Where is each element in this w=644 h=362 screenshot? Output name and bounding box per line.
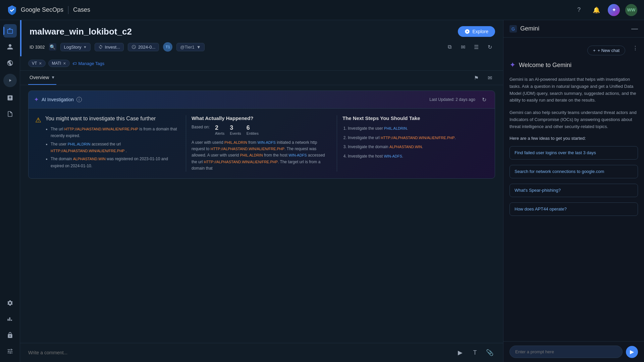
tag-vt-remove[interactable]: × [39, 61, 42, 66]
gemini-button[interactable]: ✦ [608, 4, 620, 16]
gemini-logo-icon: G [509, 25, 517, 33]
comment-format-btn[interactable]: T [470, 347, 480, 358]
entities-stat: 6 Entities [247, 124, 259, 135]
link-url-3: HTTP://ALPHASTAND.WIN/ALIEN/FRE.PHP [211, 147, 284, 151]
gemini-suggestion-1[interactable]: Find failed user logins over the last 3 … [509, 146, 638, 160]
overview-tab-label: Overview [30, 75, 49, 80]
gemini-star-icon: ✦ [509, 61, 516, 69]
warning-item-2: The user PHIL.ALDRIN accessed the url HT… [51, 141, 180, 155]
ai-inv-title-text: AI Investigation [42, 97, 74, 102]
gemini-header-right: — [631, 25, 638, 33]
sidebar-item-network[interactable] [3, 56, 17, 70]
logo: Google SecOps [7, 5, 63, 15]
tier-badge: T1 [163, 42, 172, 52]
overview-action-2[interactable]: ✉ [484, 72, 495, 83]
comment-bar: ▶ T 📎 [20, 343, 503, 362]
overview-action-1[interactable]: ⚑ [471, 72, 482, 83]
status-label: Invest... [105, 45, 120, 50]
gemini-minimize-btn[interactable]: — [631, 25, 638, 33]
gemini-prompt-input[interactable] [509, 346, 623, 358]
gemini-suggestion-2[interactable]: Search for network connections to google… [509, 165, 638, 178]
app-title: Google SecOps [21, 6, 63, 13]
ai-investigation-panel: ✦ AI Investigation i Last Updated: 2 day… [28, 90, 495, 179]
date-pill[interactable]: 2024-0... [128, 43, 159, 51]
link-url-ns1: HTTP://ALPHASTAND.WIN/ALIEN/FRE.PHP [381, 136, 454, 140]
overview-tab-actions: ⚑ ✉ [471, 72, 495, 83]
gemini-title: Gemini [520, 25, 539, 32]
nav-divider [68, 6, 68, 14]
gemini-ideas-title: Here are a few ideas to get you started: [509, 136, 638, 141]
based-on-label: Based on: [192, 124, 210, 135]
topnav: Google SecOps Cases ? 🔔 ✦ WW [0, 0, 644, 20]
source-pill[interactable]: LogStory ▼ [60, 43, 91, 51]
gemini-suggestion-3[interactable]: What's Spear-phishing? [509, 184, 638, 197]
new-chat-button[interactable]: + + New chat [587, 46, 625, 55]
id-info-btn[interactable]: 🔍 [49, 43, 56, 51]
case-id: ID 3302 [30, 45, 45, 50]
user-avatar[interactable]: WW [625, 4, 637, 16]
ai-last-updated: Last Updated: 2 days ago [429, 97, 475, 102]
warning-title: You might want to investigate this Case … [45, 115, 180, 122]
link-domain-1: ALPHASTAND.WIN [73, 157, 106, 161]
copy-btn[interactable]: ⧉ [444, 42, 455, 52]
new-chat-label: + New chat [598, 48, 620, 53]
tags-row: VT × MATI × 🏷 Manage Tags [20, 56, 503, 71]
gemini-suggestion-4[interactable]: How does APT44 operate? [509, 202, 638, 216]
ai-inv-meta: Last Updated: 2 days ago ↻ [429, 94, 489, 105]
clock-icon [131, 45, 136, 49]
sidebar-item-metrics[interactable] [3, 312, 17, 326]
comment-input[interactable] [28, 350, 451, 355]
assignee-arrow: ▼ [197, 45, 201, 50]
new-chat-plus-icon: + [593, 48, 596, 53]
status-pill[interactable]: Invest... [95, 43, 124, 51]
case-meta-row: ID 3302 🔍 LogStory ▼ Invest... 2024-0...… [30, 42, 495, 52]
manage-tags-button[interactable]: 🏷 Manage Tags [72, 61, 105, 66]
next-step-1: Investigate the user PHIL.ALDRIN. [348, 125, 483, 132]
sidebar-item-analytics[interactable] [3, 91, 17, 105]
case-title-row: malware_win_lokibot_c2 Explore [30, 26, 495, 37]
sidebar-item-settings[interactable] [3, 296, 17, 310]
comment-send-btn[interactable]: ▶ [455, 347, 466, 358]
date-label: 2024-0... [138, 45, 155, 50]
link-user-1: PHIL.ALDRIN [68, 142, 91, 146]
ai-inv-title-row: ✦ AI Investigation i [34, 96, 82, 103]
comment-attach-btn[interactable]: 📎 [484, 347, 495, 358]
notifications-button[interactable]: 🔔 [590, 4, 602, 16]
refresh-btn[interactable]: ↻ [484, 42, 495, 52]
link-user-3: PHIL.ALDRIN [240, 153, 263, 157]
sidebar-expand-btn[interactable] [3, 74, 17, 87]
assignee-dropdown[interactable]: @Tier1 ▼ [176, 43, 204, 51]
tag-mati-remove[interactable]: × [63, 61, 66, 66]
events-stat: 3 Events [230, 124, 241, 135]
shield-icon [7, 5, 17, 15]
gemini-welcome-title: Welcome to Gemini [519, 62, 572, 69]
list-btn[interactable]: ☰ [471, 42, 482, 52]
case-header: malware_win_lokibot_c2 Explore ID 3302 🔍… [20, 20, 503, 56]
link-host-2: WIN-ADFS [288, 153, 307, 157]
gemini-footer: ▶ [503, 341, 644, 362]
next-step-3: Investigate the domain ALPHASTAND.WIN. [348, 143, 483, 151]
gemini-header-left: G Gemini [509, 25, 539, 33]
overview-tab[interactable]: Overview ▼ [28, 71, 56, 85]
explore-button[interactable]: Explore [458, 26, 495, 37]
warning-icon: ⚠ [35, 116, 41, 172]
link-user-2: PHIL.ALDRIN [224, 140, 247, 144]
email-btn[interactable]: ✉ [458, 42, 468, 52]
new-chat-more-btn[interactable]: ⋮ [633, 41, 638, 55]
help-button[interactable]: ? [573, 4, 585, 16]
sidebar-item-security[interactable] [3, 328, 17, 342]
main-layout: malware_win_lokibot_c2 Explore ID 3302 🔍… [0, 20, 644, 362]
case-title: malware_win_lokibot_c2 [30, 26, 132, 37]
explore-label: Explore [473, 29, 488, 34]
sidebar-item-cases[interactable] [3, 24, 17, 38]
gemini-send-btn[interactable]: ▶ [626, 346, 638, 358]
link-url-1: HTTP://ALPHASTAND.WIN/ALIEN/FRE.PHP [64, 127, 138, 131]
sidebar-item-reports[interactable] [3, 107, 17, 121]
link-host-1: WIN-ADFS [258, 140, 276, 144]
gemini-body: ✦ Welcome to Gemini Gemini is an AI-powe… [503, 55, 644, 341]
ai-refresh-btn[interactable]: ↻ [479, 94, 489, 105]
section-title: Cases [73, 6, 90, 13]
sidebar-item-config[interactable] [3, 345, 17, 358]
svg-text:G: G [512, 26, 515, 31]
sidebar-item-users[interactable] [3, 40, 17, 54]
